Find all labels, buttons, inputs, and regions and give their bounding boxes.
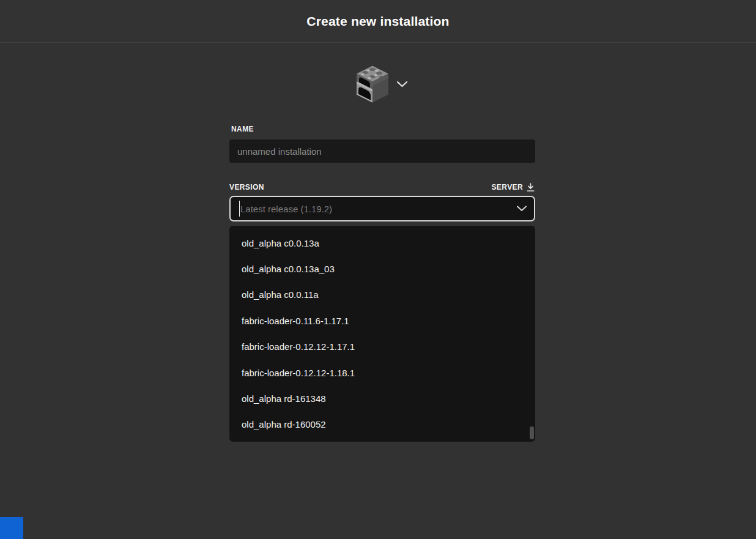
dialog-header: Create new installation bbox=[0, 0, 756, 43]
create-installation-dialog: Create new installation bbox=[0, 0, 756, 539]
version-row: VERSION SERVER bbox=[229, 182, 535, 193]
version-option[interactable]: old_alpha c0.0.11a bbox=[229, 282, 535, 308]
select-chevron-down-icon[interactable] bbox=[516, 206, 527, 212]
furnace-block-icon bbox=[357, 65, 388, 103]
text-caret bbox=[239, 201, 240, 217]
dialog-title: Create new installation bbox=[306, 14, 449, 29]
server-label: SERVER bbox=[491, 183, 523, 191]
version-option[interactable]: old_alpha rd-161348 bbox=[229, 385, 535, 411]
version-option[interactable]: fabric-loader-0.11.6-1.17.1 bbox=[229, 308, 535, 333]
version-select-input[interactable]: Latest release (1.19.2) bbox=[229, 196, 535, 221]
version-placeholder: Latest release (1.19.2) bbox=[240, 204, 332, 214]
dropdown-scrollbar-thumb[interactable] bbox=[530, 426, 534, 439]
installation-icon-picker[interactable] bbox=[229, 64, 535, 104]
version-dropdown-list: old_alpha c0.0.13a old_alpha c0.0.13a_03… bbox=[229, 226, 535, 442]
bottom-left-accent-square bbox=[0, 517, 23, 539]
version-option[interactable]: old_alpha c0.0.13a_03 bbox=[229, 256, 535, 281]
version-option[interactable]: fabric-loader-0.12.12-1.18.1 bbox=[229, 360, 535, 385]
name-label: NAME bbox=[231, 125, 254, 133]
version-option[interactable]: old_alpha c0.0.13a bbox=[229, 230, 535, 256]
version-label: VERSION bbox=[229, 183, 264, 191]
version-option[interactable]: old_alpha rd-160052 bbox=[229, 412, 535, 437]
icon-picker-chevron-down-icon bbox=[396, 81, 408, 87]
download-icon bbox=[526, 183, 535, 192]
server-download-link[interactable]: SERVER bbox=[491, 183, 535, 192]
name-input[interactable] bbox=[229, 139, 535, 163]
version-option[interactable]: fabric-loader-0.12.12-1.17.1 bbox=[229, 334, 535, 360]
